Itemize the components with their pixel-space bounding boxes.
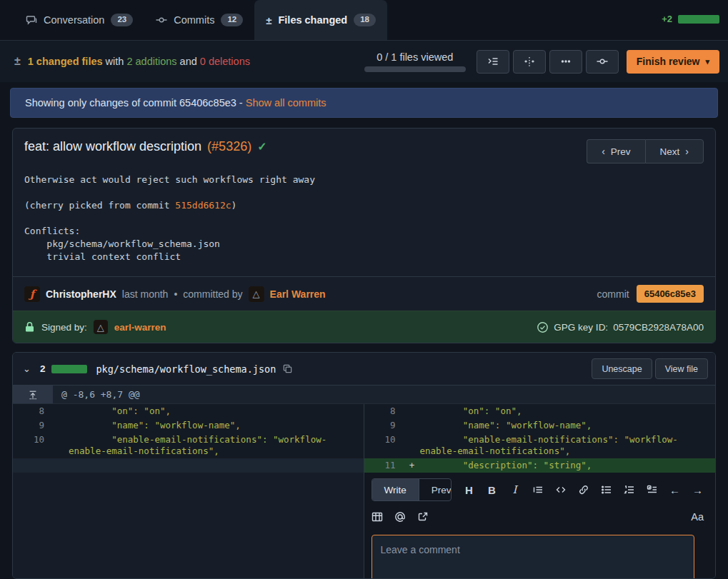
prev-commit-button[interactable]: ‹ Prev — [587, 139, 644, 163]
line-op — [404, 418, 420, 433]
redo-icon[interactable]: → — [692, 484, 704, 496]
banner-text: Showing only changes of commit 65406c85e… — [25, 97, 243, 109]
files-viewed-bar — [364, 66, 466, 72]
line-number[interactable]: 8 — [364, 404, 404, 418]
bullet-list-icon[interactable] — [600, 484, 612, 496]
show-all-commits-link[interactable]: Show all commits — [246, 97, 326, 109]
cherry-pick-hash-link[interactable]: 515dd6612c — [175, 200, 231, 211]
expand-hunk-button[interactable] — [13, 386, 53, 403]
plain-text-toggle[interactable]: Aa — [691, 511, 704, 523]
copy-path-icon[interactable] — [282, 363, 293, 374]
task-list-icon[interactable] — [646, 484, 658, 496]
expand-up-icon — [28, 390, 38, 400]
files-viewed-progress: 0 / 1 files viewed — [364, 51, 466, 72]
line-number[interactable]: 9 — [364, 418, 404, 433]
committer-link[interactable]: Earl Warren — [270, 288, 326, 300]
reference-icon[interactable] — [417, 510, 429, 523]
ellipsis-icon — [560, 56, 572, 67]
hunk-header-text: @ -8,6 +8,7 @@ — [53, 386, 149, 403]
avatar[interactable]: △ — [249, 286, 264, 302]
line-number[interactable]: 10 — [364, 433, 404, 458]
preview-tab[interactable]: Preview — [419, 479, 452, 500]
summary-word: with — [106, 56, 124, 67]
commit-message-line: ) — [231, 200, 237, 211]
diffstat-bar — [678, 15, 719, 24]
diff-icon: ± — [266, 14, 271, 26]
unescape-button[interactable]: Unescape — [592, 358, 652, 379]
diff-cell-added: 11 + "description": "string", — [364, 458, 716, 473]
code-line: "name": "workflow-name", — [420, 418, 716, 433]
line-number[interactable]: 9 — [13, 418, 53, 433]
files-viewed-label: 0 / 1 files viewed — [377, 51, 453, 63]
avatar-glyph: △ — [253, 288, 260, 299]
diff-view-toggle-button[interactable] — [513, 50, 546, 74]
code-icon[interactable] — [554, 484, 567, 496]
diff-row: 8 "on": "on", 8 "on": "on", — [13, 404, 715, 418]
commit-icon — [156, 14, 167, 26]
signer-link[interactable]: earl-warren — [114, 322, 166, 333]
avatar[interactable]: ƒ — [24, 286, 40, 302]
status-check-icon[interactable]: ✓ — [257, 140, 266, 153]
line-number — [13, 458, 53, 473]
comment-textarea[interactable] — [372, 535, 694, 579]
write-tab[interactable]: Write — [372, 479, 419, 500]
empty-diff-cell — [13, 473, 364, 578]
diff-row: 9 "name": "workflow-name", 9 "name": "wo… — [13, 418, 715, 433]
undo-icon[interactable]: ← — [669, 484, 681, 496]
heading-icon[interactable]: H — [463, 484, 475, 496]
commit-header: feat: allow workflow description (#5326)… — [13, 129, 715, 168]
commit-sha-badge[interactable]: 65406c85e3 — [637, 285, 704, 303]
link-icon[interactable] — [577, 484, 589, 496]
finish-review-button[interactable]: Finish review ▾ — [627, 50, 719, 74]
tab-commits[interactable]: Commits 12 — [144, 0, 254, 40]
commit-box: feat: allow workflow description (#5326)… — [12, 128, 716, 343]
table-icon[interactable] — [372, 510, 384, 523]
line-number[interactable]: 8 — [13, 404, 53, 418]
mention-icon[interactable] — [394, 510, 407, 523]
signed-by-label: Signed by: — [41, 322, 87, 333]
diff-cell-new: 10 "enable-email-notifications": "workfl… — [364, 433, 716, 458]
commit-message: Otherwise act would reject such workflow… — [13, 168, 715, 276]
hunk-header-row: @ -8,6 +8,7 @@ — [13, 386, 715, 404]
file-tree-icon — [487, 56, 499, 67]
avatar[interactable]: △ — [94, 320, 108, 334]
collapse-file-icon[interactable]: ⌄ — [20, 363, 34, 374]
line-number[interactable]: 10 — [13, 433, 53, 458]
pr-tabbar: Conversation 23 Commits 12 ± Files chang… — [0, 0, 728, 41]
tab-label: Files changed — [278, 14, 347, 26]
file-diff-box: ⌄ 2 pkg/schema/workflow_schema.json Unes… — [12, 352, 716, 579]
line-op — [404, 404, 420, 418]
italic-icon[interactable]: I — [509, 484, 521, 496]
diffstat: +2 — [662, 14, 719, 24]
conflict-file: pkg/schema/workflow_schema.json — [24, 238, 220, 249]
next-commit-button[interactable]: Next › — [645, 139, 704, 163]
file-tree-toggle-button[interactable] — [477, 50, 509, 74]
bold-icon[interactable]: B — [486, 484, 498, 496]
numbered-list-icon[interactable] — [623, 484, 635, 496]
commit-title: feat: allow workflow description (#5326)… — [24, 139, 267, 154]
deletions-text: 0 deletions — [200, 56, 250, 67]
view-file-button[interactable]: View file — [655, 358, 708, 379]
avatar-glyph: ƒ — [30, 288, 34, 301]
conflict-note: trivial context conflict — [24, 251, 181, 262]
pr-reference-link[interactable]: (#5326) — [207, 139, 251, 154]
line-op — [53, 418, 69, 433]
file-name[interactable]: pkg/schema/workflow_schema.json — [96, 363, 276, 375]
line-number[interactable]: 11 — [364, 458, 404, 473]
verified-icon — [537, 321, 549, 333]
pr-tabs: Conversation 23 Commits 12 ± Files chang… — [14, 0, 387, 40]
quote-icon[interactable] — [532, 484, 544, 496]
author-link[interactable]: ChristopherHX — [46, 288, 116, 300]
showing-commit-banner: Showing only changes of commit 65406c85e… — [10, 88, 718, 118]
diff-cell-old: 8 "on": "on", — [13, 404, 364, 418]
code-line: "enable-email-notifications": "workflow-… — [420, 433, 716, 458]
tab-files-changed[interactable]: ± Files changed 18 — [254, 0, 387, 40]
code-line: "name": "workflow-name", — [69, 418, 364, 433]
tab-count-badge: 12 — [221, 14, 243, 26]
tab-count-badge: 18 — [354, 14, 376, 26]
tab-conversation[interactable]: Conversation 23 — [14, 0, 144, 40]
pr-files-changed-page: Conversation 23 Commits 12 ± Files chang… — [0, 0, 728, 579]
commit-select-button[interactable] — [586, 50, 619, 74]
diff-options-button[interactable] — [549, 50, 582, 74]
changed-files-link[interactable]: 1 changed files — [28, 56, 103, 67]
